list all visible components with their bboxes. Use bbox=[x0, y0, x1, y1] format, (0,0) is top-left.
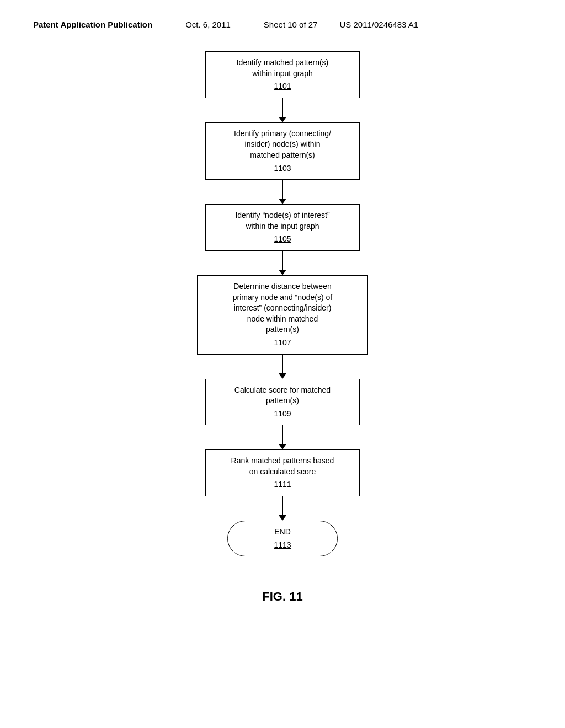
step-1107-ref: 1107 bbox=[205, 338, 360, 349]
step-1109-ref: 1109 bbox=[214, 409, 351, 420]
arrow-head bbox=[279, 373, 286, 379]
step-1113-text: END bbox=[274, 527, 291, 536]
step-1111-text: Rank matched patterns basedon calculated… bbox=[231, 456, 334, 476]
arrow-6 bbox=[279, 496, 286, 521]
step-1111: Rank matched patterns basedon calculated… bbox=[205, 449, 360, 496]
step-1101-text: Identify matched pattern(s)within input … bbox=[237, 58, 329, 78]
step-1109-text: Calculate score for matchedpattern(s) bbox=[234, 386, 331, 405]
step-1101: Identify matched pattern(s)within input … bbox=[205, 51, 360, 98]
arrow-line bbox=[282, 496, 283, 515]
arrow-head bbox=[279, 270, 286, 275]
arrow-line bbox=[282, 251, 283, 270]
arrow-line bbox=[282, 355, 283, 373]
arrow-1 bbox=[279, 98, 286, 122]
step-1111-ref: 1111 bbox=[214, 479, 351, 490]
step-1105-text: Identify “node(s) of interest”within the… bbox=[235, 211, 329, 231]
step-1103-ref: 1103 bbox=[214, 163, 351, 174]
step-1113: END 1113 bbox=[227, 521, 338, 556]
step-1107-text: Determine distance betweenprimary node a… bbox=[233, 282, 333, 334]
step-1109: Calculate score for matchedpattern(s) 11… bbox=[205, 379, 360, 426]
arrow-line bbox=[282, 425, 283, 444]
flowchart: Identify matched pattern(s)within input … bbox=[0, 51, 565, 568]
arrow-head bbox=[279, 199, 286, 204]
arrow-head bbox=[279, 117, 286, 122]
step-1105: Identify “node(s) of interest”within the… bbox=[205, 204, 360, 251]
publication-date: Oct. 6, 2011 bbox=[185, 20, 231, 29]
step-1101-ref: 1101 bbox=[214, 81, 351, 92]
step-1113-ref: 1113 bbox=[236, 540, 329, 551]
sheet-info: Sheet 10 of 27 bbox=[264, 20, 318, 29]
arrow-5 bbox=[279, 425, 286, 449]
step-1107: Determine distance betweenprimary node a… bbox=[197, 275, 368, 355]
arrow-line bbox=[282, 180, 283, 199]
step-1105-ref: 1105 bbox=[214, 234, 351, 245]
arrow-2 bbox=[279, 180, 286, 204]
arrow-4 bbox=[279, 355, 286, 379]
arrow-head bbox=[279, 444, 286, 449]
page: Patent Application Publication Oct. 6, 2… bbox=[0, 0, 565, 728]
publication-title: Patent Application Publication bbox=[33, 20, 152, 29]
arrow-line bbox=[282, 98, 283, 117]
patent-number: US 2011/0246483 A1 bbox=[339, 20, 418, 29]
step-1103-text: Identify primary (connecting/insider) no… bbox=[234, 129, 331, 159]
step-1103: Identify primary (connecting/insider) no… bbox=[205, 122, 360, 180]
header: Patent Application Publication Oct. 6, 2… bbox=[0, 0, 565, 29]
fig-label: FIG. 11 bbox=[0, 590, 565, 604]
arrow-3 bbox=[279, 251, 286, 275]
arrow-head bbox=[279, 515, 286, 521]
